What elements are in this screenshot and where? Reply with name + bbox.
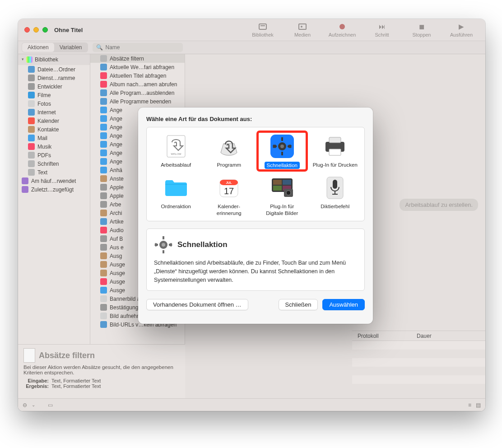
action-item[interactable]: Album nach…amen abrufen [90,80,185,89]
log-panel: Protokoll Dauer [352,331,485,398]
type-label: Arbeitsablauf [161,162,191,168]
zoom-icon[interactable] [42,27,48,33]
search-field[interactable]: 🔍 [93,43,183,52]
stack-icon [259,23,267,30]
search-input[interactable] [105,44,179,51]
disclosure-triangle-icon[interactable]: ▾ [22,57,24,61]
svg-text:WFLOW: WFLOW [171,153,181,155]
library-item[interactable]: Kontakte [18,125,90,134]
log-row [352,350,485,358]
library-smart-item[interactable]: Zuletzt…zugefügt [18,185,90,194]
action-icon [100,115,107,122]
action-item[interactable]: Alle Programme beenden [90,97,185,106]
action-icon [100,141,107,148]
toolbar: Bibliothek Medien Aufzeichnen ⏭Schritt ◼… [247,23,481,37]
library-item[interactable]: PDFs [18,151,90,159]
footer-status-icon[interactable]: ⊖ [23,402,27,408]
action-icon [100,192,107,199]
library-item[interactable]: Schriften [18,159,90,168]
type-calendar-alarm[interactable]: JUL17 Kalender- erinnerung [203,173,256,218]
type-image-capture-plugin[interactable]: Plug-In für Digitale Bilder [256,173,309,218]
toolbar-stop[interactable]: ◼Stoppen [406,23,437,37]
column-view-icon[interactable]: ▤ [476,402,481,408]
close-button[interactable]: Schließen [279,299,318,310]
window-controls [24,27,48,33]
action-icon [100,81,107,88]
list-view-icon[interactable]: ≡ [468,402,471,408]
action-icon [100,261,107,268]
type-print-plugin[interactable]: Plug-In für Drucken [309,132,362,171]
category-icon [28,160,35,167]
library-item[interactable]: Mail [18,134,90,142]
close-icon[interactable] [24,27,30,33]
category-icon [28,117,35,124]
toolbar-record[interactable]: Aufzeichnen [326,23,358,37]
action-item[interactable]: Alle Program…ausblenden [90,89,185,97]
folder-icon [163,175,189,201]
action-icon [100,252,107,259]
library-item[interactable]: Dateie…Ordner [18,65,90,74]
explain-body: Schnellaktionen sind Arbeitsabläufe, die… [154,259,357,284]
log-col-duration[interactable]: Dauer [413,333,485,339]
type-dictation[interactable]: Diktierbefehl [309,173,362,218]
action-item[interactable]: Aktuellen Titel abfragen [90,71,185,80]
workflow-icon: WFLOW [163,134,189,159]
chevron-down-icon[interactable]: ⌄ [32,402,35,407]
action-icon [100,124,107,131]
svg-rect-5 [281,137,283,141]
category-icon [28,92,35,98]
minimize-icon[interactable] [33,27,39,33]
action-icon [100,304,107,311]
open-existing-button[interactable]: Vorhandenes Dokument öffnen … [146,299,248,310]
library-item[interactable]: Dienst…ramme [18,74,90,82]
type-workflow[interactable]: WFLOW Arbeitsablauf [149,132,203,171]
action-item[interactable]: Absätze filtern [90,54,185,63]
svg-text:17: 17 [224,186,234,196]
svg-point-4 [280,145,284,148]
category-icon [28,83,35,90]
library-tab-row: Aktionen Variablen 🔍 [18,41,485,54]
dialog-title: Wähle eine Art für das Dokument aus: [146,116,365,122]
toolbar-step[interactable]: ⏭Schritt [366,23,398,37]
library-tab-segment: Aktionen Variablen [22,42,88,52]
record-icon [339,24,345,29]
library-item[interactable]: Fotos [18,99,90,108]
action-description-pane: Absätze filtern Bei dieser Aktion werden… [18,344,185,398]
action-icon [100,210,107,216]
type-quick-action[interactable]: Schnellaktion [256,132,309,171]
type-folder-action[interactable]: Ordneraktion [149,173,203,218]
quick-action-icon [270,134,295,159]
svg-rect-23 [273,186,282,191]
svg-rect-15 [329,149,341,155]
library-item[interactable]: Musik [18,142,90,151]
category-icon [28,169,35,176]
action-item[interactable]: Aktuelle We…fari abfragen [90,63,185,71]
category-icon [28,143,35,150]
action-icon [100,89,107,96]
tab-actions[interactable]: Aktionen [22,43,54,52]
toolbar-library[interactable]: Bibliothek [247,23,279,37]
toolbar-media[interactable]: Medien [287,23,318,37]
library-item[interactable]: Internet [18,108,90,117]
log-col-protocol[interactable]: Protokoll [352,333,413,339]
action-icon [100,64,107,70]
choose-button[interactable]: Auswählen [322,299,365,310]
library-item[interactable]: Entwickler [18,82,90,91]
tab-variables[interactable]: Variablen [54,43,88,52]
library-list: Dateie…OrdnerDienst…rammeEntwicklerFilme… [18,65,90,194]
smart-folder-icon [22,186,28,193]
type-app[interactable]: Programm [203,132,256,171]
svg-point-32 [162,243,165,247]
library-smart-item[interactable]: Am häuf…rwendet [18,177,90,185]
library-item[interactable]: Text [18,168,90,177]
log-row [352,367,485,375]
stop-icon: ◼ [419,23,424,31]
library-item[interactable]: Kalender [18,117,90,125]
library-root[interactable]: ▾ Bibliothek [18,54,90,65]
action-icon [100,158,107,165]
action-icon [100,167,107,173]
footer-grid-icon[interactable]: ▭ [48,402,53,408]
workflow-hint: Arbeitsablauf zu erstellen. [400,199,478,211]
toolbar-run[interactable]: ▶Ausführen [446,23,477,37]
library-item[interactable]: Filme [18,91,90,99]
